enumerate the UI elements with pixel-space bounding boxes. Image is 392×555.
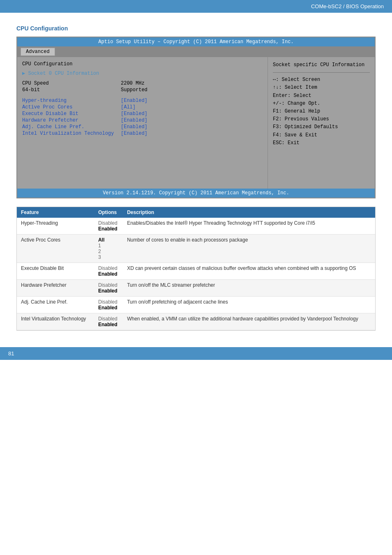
table-cell-description: Turn on/off the MLC streamer prefetcher bbox=[123, 280, 375, 297]
bios-setting-label: Execute Disable Bit bbox=[22, 111, 121, 117]
bios-help-key: ↑↓: Select Item bbox=[273, 84, 370, 92]
bios-cpu-speed-row: CPU Speed 2200 MHz bbox=[22, 81, 263, 86]
bios-settings-section: Hyper-threading[Enabled]Active Proc Core… bbox=[22, 98, 263, 136]
bios-setting-value: [All] bbox=[121, 104, 136, 110]
table-option-enabled: Enabled bbox=[98, 226, 119, 232]
table-cell-options: DisabledEnabled bbox=[94, 280, 123, 297]
bios-screen: Aptio Setup Utility – Copyright (C) 2011… bbox=[16, 37, 376, 198]
bios-setting-row[interactable]: Active Proc Cores[All] bbox=[22, 104, 263, 110]
feature-table: Feature Options Description Hyper-Thread… bbox=[17, 207, 375, 330]
bios-footer: Version 2.14.1219. Copyright (C) 2011 Am… bbox=[17, 189, 375, 198]
header-bar: COMe-bSC2 / BIOS Operation bbox=[0, 0, 392, 13]
table-cell-feature: Hyper-Threading bbox=[17, 218, 94, 235]
bios-nav-bar: Advanced bbox=[17, 46, 375, 57]
table-header-row: Feature Options Description bbox=[17, 207, 375, 218]
table-cell-description: XD can prevent certain classes of malici… bbox=[123, 263, 375, 280]
bios-setting-row[interactable]: Hyper-threading[Enabled] bbox=[22, 98, 263, 104]
feature-table-wrapper: Feature Options Description Hyper-Thread… bbox=[16, 207, 376, 331]
table-option-disabled: Disabled bbox=[98, 316, 119, 322]
table-cell-options: DisabledEnabled bbox=[94, 313, 123, 330]
bios-bit-label: 64-bit bbox=[22, 87, 121, 93]
page-number: 81 bbox=[8, 350, 14, 357]
table-row: Adj. Cache Line Pref.DisabledEnabledTurn… bbox=[17, 297, 375, 313]
table-cell-feature: Hardware Prefetcher bbox=[17, 280, 94, 297]
bios-cpu-speed-label: CPU Speed bbox=[22, 81, 121, 86]
table-option-enabled: Enabled bbox=[98, 322, 119, 327]
table-cell-description: Enables/Disables the Intel® Hyper Thread… bbox=[123, 218, 375, 235]
feature-table-body: Hyper-ThreadingDisabledEnabledEnables/Di… bbox=[17, 218, 375, 330]
table-cell-feature: Adj. Cache Line Pref. bbox=[17, 297, 94, 313]
table-option-enabled: Enabled bbox=[98, 288, 119, 294]
bios-setting-value: [Enabled] bbox=[121, 124, 148, 130]
bios-help-key: ESC: Exit bbox=[273, 139, 370, 147]
bios-setting-row[interactable]: Hardware Prefetcher[Enabled] bbox=[22, 117, 263, 123]
table-row: Hyper-ThreadingDisabledEnabledEnables/Di… bbox=[17, 218, 375, 235]
table-cell-feature: Execute Disable Bit bbox=[17, 263, 94, 280]
table-cell-options: DisabledEnabled bbox=[94, 297, 123, 313]
bios-help-key: F1: General Help bbox=[273, 108, 370, 115]
table-option-enabled: Enabled bbox=[98, 271, 119, 277]
table-cell-description: Turn on/off prefetching of adjacent cach… bbox=[123, 297, 375, 313]
bios-right-panel: Socket specific CPU Information ↔: Selec… bbox=[268, 57, 375, 189]
bios-main-title: CPU Configuration bbox=[22, 61, 263, 67]
main-content: CPU Configuration Aptio Setup Utility – … bbox=[0, 13, 392, 343]
table-option-disabled: Disabled bbox=[98, 265, 119, 271]
section-title: CPU Configuration bbox=[16, 25, 376, 32]
table-cell-feature: Active Proc Cores bbox=[17, 235, 94, 263]
bios-divider bbox=[273, 72, 370, 73]
col-header-feature: Feature bbox=[17, 207, 94, 218]
col-header-options: Options bbox=[94, 207, 123, 218]
table-row: Hardware PrefetcherDisabledEnabledTurn o… bbox=[17, 280, 375, 297]
bios-cpu-speed-value: 2200 MHz bbox=[121, 81, 145, 86]
bios-left-panel: CPU Configuration ▶ Socket 0 CPU Informa… bbox=[17, 57, 268, 189]
bios-submenu-socket[interactable]: ▶ Socket 0 CPU Information bbox=[22, 70, 263, 76]
table-option-disabled: Disabled bbox=[98, 220, 119, 226]
table-option-disabled: Disabled bbox=[98, 282, 119, 288]
bios-setting-row[interactable]: Execute Disable Bit[Enabled] bbox=[22, 111, 263, 117]
table-cell-options: DisabledEnabled bbox=[94, 218, 123, 235]
table-option: 3 bbox=[98, 254, 119, 260]
bios-bit-row: 64-bit Supported bbox=[22, 87, 263, 93]
bios-help-key: F4: Save & Exit bbox=[273, 131, 370, 139]
bios-setting-value: [Enabled] bbox=[121, 117, 148, 123]
bios-setting-label: Active Proc Cores bbox=[22, 104, 121, 110]
table-cell-options: DisabledEnabled bbox=[94, 263, 123, 280]
bios-setting-label: Hardware Prefetcher bbox=[22, 117, 121, 123]
table-cell-options: All123 bbox=[94, 235, 123, 263]
page-footer: 81 bbox=[0, 347, 392, 360]
header-title: COMe-bSC2 / BIOS Operation bbox=[311, 3, 384, 9]
table-option: 2 bbox=[98, 249, 119, 254]
bios-setting-row[interactable]: Adj. Cache Line Pref.[Enabled] bbox=[22, 124, 263, 130]
bios-title-bar: Aptio Setup Utility – Copyright (C) 2011… bbox=[17, 37, 375, 46]
bios-help-key: Enter: Select bbox=[273, 92, 370, 100]
bios-help-key: F2: Previous Values bbox=[273, 115, 370, 123]
bios-nav-tab-advanced[interactable]: Advanced bbox=[21, 48, 55, 56]
bios-setting-label: Hyper-threading bbox=[22, 98, 121, 104]
table-option: 1 bbox=[98, 243, 119, 249]
bios-setting-value: [Enabled] bbox=[121, 98, 148, 104]
table-row: Execute Disable BitDisabledEnabledXD can… bbox=[17, 263, 375, 280]
bios-setting-label: Intel Virtualization Technology bbox=[22, 131, 121, 136]
bios-setting-value: [Enabled] bbox=[121, 131, 148, 136]
bios-bit-value: Supported bbox=[121, 87, 148, 93]
bios-setting-row[interactable]: Intel Virtualization Technology[Enabled] bbox=[22, 131, 263, 136]
bios-setting-label: Adj. Cache Line Pref. bbox=[22, 124, 121, 130]
table-option-disabled: Disabled bbox=[98, 299, 119, 305]
table-row: Active Proc CoresAll123Number of cores t… bbox=[17, 235, 375, 263]
col-header-description: Description bbox=[123, 207, 375, 218]
bios-help-keys: ↔: Select Screen↑↓: Select ItemEnter: Se… bbox=[273, 76, 370, 147]
bios-help-key: +/-: Change Opt. bbox=[273, 100, 370, 108]
table-option-enabled: Enabled bbox=[98, 305, 119, 311]
table-cell-feature: Intel Virtualization Technology bbox=[17, 313, 94, 330]
bios-description-text: Socket specific CPU Information bbox=[273, 61, 370, 69]
table-cell-description: Number of cores to enable in each proces… bbox=[123, 235, 375, 263]
table-cell-description: When enabled, a VMM can utilize the addi… bbox=[123, 313, 375, 330]
bios-setting-value: [Enabled] bbox=[121, 111, 148, 117]
bios-help-key: ↔: Select Screen bbox=[273, 76, 370, 84]
bios-help-key: F3: Optimized Defaults bbox=[273, 123, 370, 131]
table-option: All bbox=[98, 237, 119, 243]
table-row: Intel Virtualization TechnologyDisabledE… bbox=[17, 313, 375, 330]
bios-body: CPU Configuration ▶ Socket 0 CPU Informa… bbox=[17, 57, 375, 189]
